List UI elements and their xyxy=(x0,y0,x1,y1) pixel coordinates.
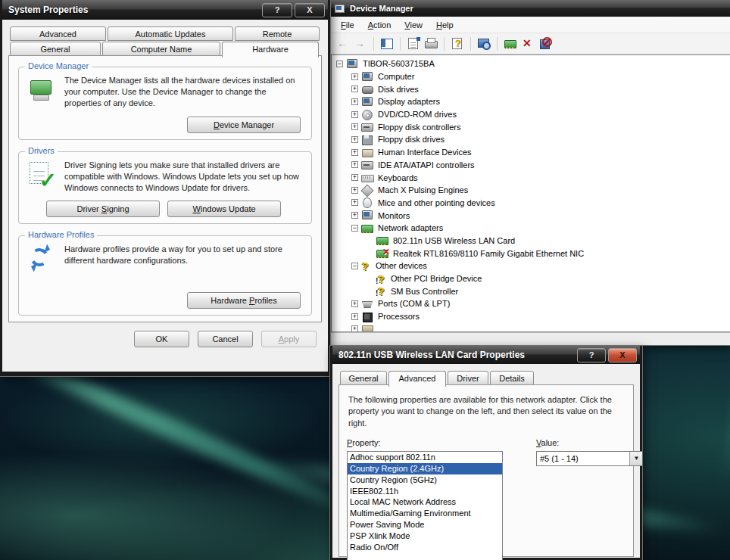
tree-item-mice-and-other-pointing-devices[interactable]: +Mice and other pointing devices xyxy=(332,197,730,210)
tab-computer-name[interactable]: Computer Name xyxy=(102,42,220,56)
device-manager-button[interactable]: Device Manager xyxy=(187,117,301,133)
tab-general[interactable]: General xyxy=(340,371,387,385)
uninstall-icon[interactable] xyxy=(521,37,535,50)
tree-item-display-adapters[interactable]: +Display adapters xyxy=(332,95,730,108)
windows-update-button[interactable]: Windows Update xyxy=(167,201,281,217)
expand-box[interactable]: + xyxy=(351,98,358,105)
hardware-profiles-button[interactable]: Hardware Profiles xyxy=(187,292,301,309)
tab-remote[interactable]: Remote xyxy=(235,26,320,41)
tree-item-ports-com-lpt-[interactable]: +Ports (COM & LPT) xyxy=(332,297,730,310)
expand-box[interactable]: + xyxy=(351,212,358,219)
tab-advanced[interactable]: Advanced xyxy=(10,26,106,41)
driver-signing-button[interactable]: Driver Signing xyxy=(46,201,160,217)
property-option[interactable]: Multimedia/Gaming Environment xyxy=(348,508,502,519)
property-option[interactable]: Country Region (5GHz) xyxy=(348,474,502,486)
expand-box[interactable]: + xyxy=(351,313,358,320)
expand-box[interactable]: + xyxy=(351,73,358,80)
help-icon[interactable] xyxy=(451,37,464,50)
tree-item-label: Disk drives xyxy=(376,85,420,94)
tab-automatic-updates[interactable]: Automatic Updates xyxy=(108,26,233,41)
property-option[interactable]: Adhoc support 802.11n xyxy=(348,452,502,463)
scan-hardware-icon[interactable] xyxy=(477,37,491,50)
menu-action[interactable]: Action xyxy=(361,18,398,32)
tree-item-processors[interactable]: +Processors xyxy=(332,310,730,323)
adapter-dialog-body: GeneralAdvancedDriverDetails The followi… xyxy=(332,364,640,558)
expand-box[interactable]: + xyxy=(351,149,358,156)
keyboard-icon xyxy=(361,173,373,182)
tab-advanced[interactable]: Advanced xyxy=(388,371,446,387)
system-properties-titlebar[interactable]: System Properties ? X xyxy=(2,0,328,20)
property-option[interactable]: PSP Xlink Mode xyxy=(348,530,502,542)
tree-item-computer[interactable]: +Computer xyxy=(332,70,730,83)
tree-item-partial[interactable]: + xyxy=(332,322,730,332)
expand-box[interactable]: + xyxy=(351,136,358,143)
value-label: Value: xyxy=(536,438,642,447)
property-option-selected[interactable]: Country Region (2.4GHz) xyxy=(348,463,502,474)
tree-item-human-interface-devices[interactable]: +Human Interface Devices xyxy=(332,146,730,159)
ok-button[interactable]: OK xyxy=(134,331,189,347)
property-option[interactable]: IEEE802.11h xyxy=(348,486,502,497)
drivers-group: Drivers Driver Signing lets you make sur… xyxy=(18,151,312,225)
console-tree-icon[interactable] xyxy=(380,37,394,50)
tree-item-keyboards[interactable]: +Keyboards xyxy=(332,171,730,184)
tree-item-disk-drives[interactable]: +Disk drives xyxy=(332,82,730,95)
tab-details[interactable]: Details xyxy=(490,371,534,385)
device-icon xyxy=(361,324,373,332)
expand-box[interactable]: + xyxy=(351,187,358,194)
menu-file[interactable]: File xyxy=(334,18,361,32)
network-card-icon xyxy=(376,235,388,245)
property-label: Property: xyxy=(347,438,503,447)
close-button[interactable]: X xyxy=(295,3,325,17)
property-option[interactable]: Local MAC Network Address xyxy=(348,496,502,508)
tab-hardware[interactable]: Hardware xyxy=(222,42,319,58)
expand-box[interactable]: + xyxy=(351,111,358,118)
forward-icon[interactable] xyxy=(354,37,367,50)
menu-view[interactable]: View xyxy=(398,18,429,32)
expand-box[interactable]: + xyxy=(351,300,358,307)
menu-help[interactable]: Help xyxy=(429,18,460,32)
update-driver-icon[interactable] xyxy=(504,37,517,50)
collapse-box[interactable]: − xyxy=(336,61,343,67)
device-manager-titlebar[interactable]: Device Manager xyxy=(331,0,730,17)
expand-box[interactable]: + xyxy=(351,199,358,206)
expand-box[interactable]: + xyxy=(351,174,358,181)
tree-item-802-11n-usb-wireless-lan-card[interactable]: 802.11n USB Wireless LAN Card xyxy=(332,235,730,247)
expand-box[interactable]: + xyxy=(351,161,358,168)
tree-item-label: Floppy disk controllers xyxy=(376,123,462,132)
adapter-properties-titlebar[interactable]: 802.11n USB Wireless LAN Card Properties… xyxy=(332,346,640,364)
back-icon[interactable] xyxy=(336,37,350,50)
collapse-box[interactable]: − xyxy=(351,225,358,232)
tree-item-mach-x-pulsing-engines[interactable]: +Mach X Pulsing Engines xyxy=(332,184,730,197)
collapse-box[interactable]: − xyxy=(351,263,358,269)
print-icon[interactable] xyxy=(424,37,438,50)
tree-item-sm-bus-controller[interactable]: SM Bus Controller xyxy=(332,285,730,297)
tree-item-network-adapters[interactable]: −Network adapters xyxy=(332,222,730,235)
tab-general[interactable]: General xyxy=(10,42,101,56)
properties-icon[interactable] xyxy=(407,37,420,50)
cancel-button[interactable]: Cancel xyxy=(198,331,253,347)
property-option[interactable]: Power Saving Mode xyxy=(348,519,502,530)
help-button[interactable]: ? xyxy=(577,348,606,362)
tree-item-other-devices[interactable]: −Other devices xyxy=(332,260,730,272)
floppy-icon xyxy=(361,135,373,145)
close-button[interactable]: X xyxy=(608,348,637,362)
expand-box[interactable]: + xyxy=(351,123,358,130)
tree-item-other-pci-bridge-device[interactable]: Other PCI Bridge Device xyxy=(332,272,730,285)
value-dropdown[interactable]: #5 (1 - 14) ▼ xyxy=(536,451,642,466)
driver-signing-certificate-icon xyxy=(27,160,55,190)
chevron-down-icon[interactable]: ▼ xyxy=(629,452,642,465)
tree-item-ide-ata-atapi-controllers[interactable]: +IDE ATA/ATAPI controllers xyxy=(332,159,730,172)
help-button[interactable]: ? xyxy=(262,3,292,17)
tree-item-dvd-cd-rom-drives[interactable]: +DVD/CD-ROM drives xyxy=(332,108,730,121)
tree-item-floppy-disk-controllers[interactable]: +Floppy disk controllers xyxy=(332,120,730,133)
expand-box[interactable]: + xyxy=(351,325,358,332)
property-option[interactable]: Radio On/Off xyxy=(348,542,502,553)
tree-item-realtek-rtl8169-8110-family-gigabit-ethernet-nic[interactable]: ✕Realtek RTL8169/8110 Family Gigabit Eth… xyxy=(332,247,730,260)
disable-icon[interactable] xyxy=(538,37,552,50)
property-listbox[interactable]: Adhoc support 802.11nCountry Region (2.4… xyxy=(347,451,503,560)
tree-item-monitors[interactable]: +Monitors xyxy=(332,209,730,222)
tree-item-tibor-5603715ba[interactable]: −TIBOR-5603715BA xyxy=(332,58,730,70)
expand-box[interactable]: + xyxy=(351,86,358,92)
tree-item-floppy-disk-drives[interactable]: +Floppy disk drives xyxy=(332,133,730,146)
tab-driver[interactable]: Driver xyxy=(448,371,488,385)
